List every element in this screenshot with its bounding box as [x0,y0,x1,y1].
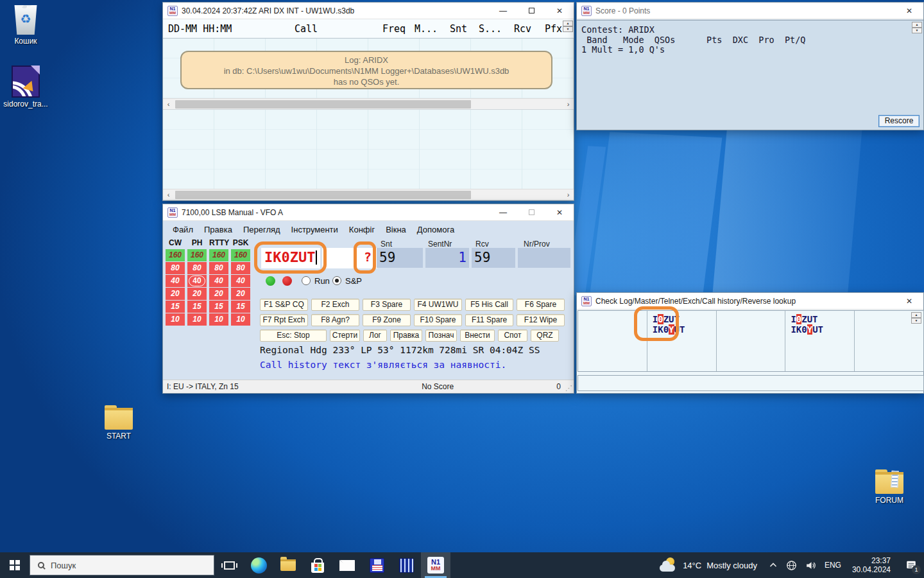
band-button-psk-15[interactable]: 15 [231,301,250,313]
score-window-titlebar[interactable]: N1MM Score - 0 Points ✕ [577,3,923,19]
menu-item-файл[interactable]: Файл [173,225,193,234]
maximize-button[interactable] [517,3,545,19]
band-button-psk-10[interactable]: 10 [231,313,250,326]
exchange-input[interactable]: ? [322,248,377,268]
check-window-titlebar[interactable]: N1MM Check Log/Master/Telnet/Exch/Call h… [577,293,923,310]
sp-radio[interactable] [332,276,341,285]
entry-window-titlebar[interactable]: N1MM 7100,00 LSB Manual - VFO A — ✕ [163,204,574,221]
band-button-rtty-20[interactable]: 20 [209,288,228,300]
notification-center-button[interactable]: 1 [898,552,924,578]
desktop-icon-start-folder[interactable]: START [94,403,143,441]
snt-field[interactable]: 59 [377,248,423,268]
fkey-button[interactable]: F5 His Call [465,299,513,311]
callsign-input[interactable]: IK0ZUT [261,248,320,268]
scroll-left-icon[interactable]: ‹ [163,189,174,200]
menu-item-правка[interactable]: Правка [204,225,232,234]
fkey-button[interactable]: F8 Agn? [311,314,359,326]
maximize-button[interactable] [517,204,545,220]
band-button-cw-20[interactable]: 20 [166,288,185,300]
fkey-button[interactable]: F10 Spare [414,314,462,326]
rcv-field[interactable]: 59 [472,248,515,268]
band-button-ph-20[interactable]: 20 [187,288,207,300]
action-button[interactable]: Спот [498,329,527,342]
score-scroll-spinner[interactable]: ▲▼ [912,22,922,33]
fkey-button[interactable]: F3 Spare [363,299,411,311]
band-button-cw-10[interactable]: 10 [166,313,185,326]
fkey-button[interactable]: F1 S&P CQ [260,299,308,311]
fkey-button[interactable]: F2 Exch [311,299,359,311]
band-button-cw-160[interactable]: 160 [166,249,185,261]
fkey-button[interactable]: F7 Rpt Exch [260,314,308,326]
band-button-rtty-40[interactable]: 40 [209,275,228,287]
band-button-psk-20[interactable]: 20 [231,288,250,300]
scroll-right-icon[interactable]: › [563,99,574,109]
action-button[interactable]: Стерти [330,329,360,342]
taskbar-app-explorer[interactable] [273,552,303,578]
scroll-left-icon[interactable]: ‹ [163,99,174,109]
minimize-button[interactable]: — [489,204,517,220]
language-indicator[interactable]: ENG [825,561,841,570]
sentnr-field[interactable]: 1 [425,248,469,268]
action-button[interactable]: Правка [390,329,422,342]
menu-item-допомога[interactable]: Допомога [417,225,454,234]
band-button-psk-40[interactable]: 40 [231,275,250,287]
action-button[interactable]: Внести [460,329,495,342]
volume-icon[interactable] [805,560,816,571]
band-button-rtty-15[interactable]: 15 [209,301,228,313]
resize-grip[interactable]: ⋰ [565,384,572,392]
fkey-button[interactable]: F4 UW1WU [414,299,462,311]
log-horizontal-scrollbar-top[interactable]: ‹ › [163,98,574,110]
taskbar-app-library[interactable] [391,552,421,578]
log-scroll-spinner[interactable]: ▲▼ [563,21,573,32]
taskbar-weather[interactable]: 14°CMostly cloudy [653,552,764,578]
log-window-titlebar[interactable]: N1MM 30.04.2024 20:37:42Z ARI DX INT - U… [163,3,574,19]
band-button-psk-160[interactable]: 160 [231,249,250,261]
band-button-rtty-10[interactable]: 10 [209,313,228,326]
scrollbar-thumb[interactable] [175,100,471,109]
desktop-icon-sidorov-file[interactable]: sidorov_tra... [1,66,50,109]
nrprov-field[interactable] [518,248,570,268]
fkey-button[interactable]: F9 Zone [363,314,411,326]
scroll-right-icon[interactable]: › [563,189,574,200]
check-candidate-call[interactable]: IK0YUT [653,324,716,335]
fkey-button[interactable]: F12 Wipe [517,314,565,326]
log-horizontal-scrollbar-bottom[interactable]: ‹ › [163,189,574,200]
fkey-button[interactable]: F11 Spare [465,314,513,326]
rescore-button[interactable]: Rescore [878,115,920,127]
taskbar-app-mail[interactable] [332,552,362,578]
taskbar-clock[interactable]: 23:37 30.04.2024 [850,556,893,574]
start-button[interactable] [0,552,30,578]
menu-item-інструменти[interactable]: Інструменти [291,225,338,234]
close-button[interactable]: ✕ [895,293,923,309]
band-button-ph-40[interactable]: 40 [187,275,207,287]
taskbar-app-store[interactable] [303,552,332,578]
menu-item-перегляд[interactable]: Перегляд [243,225,280,234]
check-candidate-call[interactable]: I0ZUT [791,314,854,324]
action-button[interactable]: QRZ [531,329,559,342]
band-button-cw-15[interactable]: 15 [166,301,185,313]
close-button[interactable]: ✕ [545,204,574,220]
action-button[interactable]: Esc: Stop [260,329,327,342]
tray-chevron-up-icon[interactable] [769,561,778,570]
taskbar-search[interactable]: Пошук [30,555,214,575]
run-radio[interactable] [302,276,311,285]
menu-item-вікна[interactable]: Вікна [386,225,406,234]
check-candidate-call[interactable]: I0ZUT [653,314,716,324]
desktop-icon-forum-folder[interactable]: FORUM [865,468,914,505]
action-button[interactable]: Познач [425,329,457,342]
band-button-psk-80[interactable]: 80 [231,262,250,274]
minimize-button[interactable]: — [489,3,517,19]
band-button-cw-40[interactable]: 40 [166,275,185,287]
fkey-button[interactable]: F6 Spare [517,299,565,311]
desktop-icon-recycle-bin[interactable]: ♻ Кошик [1,5,50,46]
band-button-rtty-80[interactable]: 80 [209,262,228,274]
band-button-ph-80[interactable]: 80 [187,262,207,274]
menu-item-конфіг[interactable]: Конфіг [349,225,375,234]
taskbar-app-n1mm[interactable]: N1MM [421,552,450,578]
taskbar-app-save[interactable] [362,552,391,578]
network-globe-icon[interactable] [786,560,797,571]
check-candidate-call[interactable]: IK0YUT [791,324,854,335]
scrollbar-thumb[interactable] [175,191,471,199]
band-button-ph-160[interactable]: 160 [187,249,207,261]
band-button-cw-80[interactable]: 80 [166,262,185,274]
